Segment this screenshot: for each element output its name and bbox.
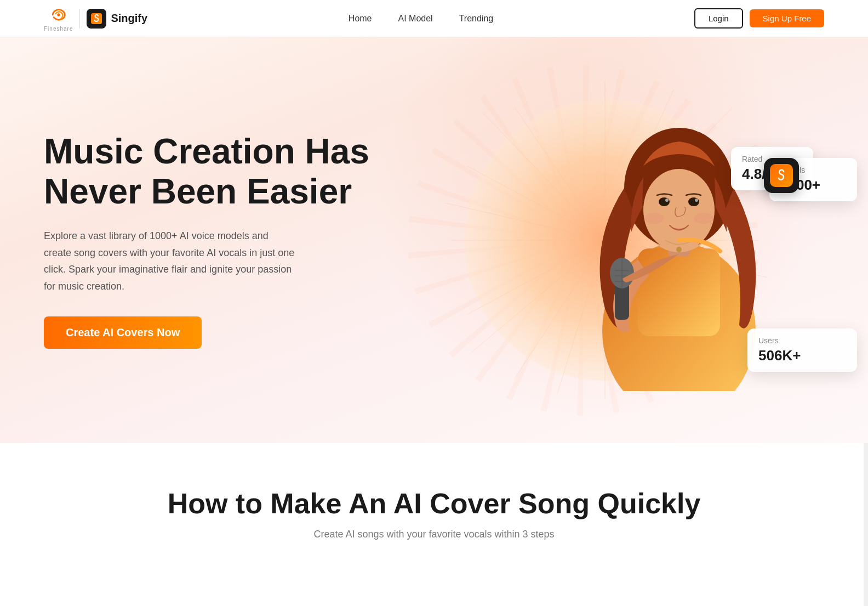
hero-subtitle: Explore a vast library of 1000+ AI voice… bbox=[44, 228, 296, 294]
svg-point-32 bbox=[695, 199, 698, 202]
nav-link-ai-model[interactable]: AI Model bbox=[398, 14, 433, 24]
nav-link-home[interactable]: Home bbox=[349, 14, 372, 24]
navbar-brand-area: Fineshare Singify bbox=[44, 5, 147, 32]
svg-point-33 bbox=[644, 213, 664, 224]
singify-app-icon-overlay bbox=[764, 158, 799, 193]
bottom-section: How to Make An AI Cover Song Quickly Cre… bbox=[0, 443, 868, 562]
users-label: Users bbox=[758, 336, 846, 345]
singify-floating-icon bbox=[770, 164, 793, 187]
navbar-actions: Login Sign Up Free bbox=[694, 8, 824, 29]
svg-point-29 bbox=[659, 197, 670, 206]
singify-brand-text: Singify bbox=[111, 12, 147, 25]
singify-icon-inner bbox=[91, 13, 102, 24]
singify-logo[interactable]: Singify bbox=[87, 9, 147, 29]
svg-point-30 bbox=[688, 197, 699, 206]
bottom-title: How to Make An AI Cover Song Quickly bbox=[44, 487, 824, 520]
fineshare-brand-text: Fineshare bbox=[44, 26, 73, 32]
singify-s-float-icon bbox=[774, 168, 789, 183]
svg-point-34 bbox=[694, 213, 713, 224]
signup-button[interactable]: Sign Up Free bbox=[750, 9, 824, 27]
svg-point-31 bbox=[665, 199, 669, 202]
logo-divider bbox=[79, 9, 80, 29]
svg-point-35 bbox=[676, 247, 682, 252]
cta-button[interactable]: Create AI Covers Now bbox=[44, 316, 202, 349]
nav-links: Home AI Model Trending bbox=[349, 14, 493, 24]
svg-point-1 bbox=[57, 13, 60, 16]
navbar: Fineshare Singify Home AI Model Trending… bbox=[0, 0, 868, 37]
svg-rect-24 bbox=[638, 248, 720, 336]
hero-title: Music Creation Has Never Been Easier bbox=[44, 132, 373, 212]
nav-link-trending[interactable]: Trending bbox=[459, 14, 494, 24]
stat-card-users: Users 506K+ bbox=[747, 329, 857, 372]
users-value: 506K+ bbox=[758, 347, 846, 364]
bottom-subtitle: Create AI songs with your favorite vocal… bbox=[44, 529, 824, 540]
singify-icon-box bbox=[87, 9, 106, 29]
fineshare-icon bbox=[49, 5, 68, 25]
hero-section: Music Creation Has Never Been Easier Exp… bbox=[0, 37, 868, 443]
fineshare-logo[interactable]: Fineshare bbox=[44, 5, 73, 32]
login-button[interactable]: Login bbox=[694, 8, 743, 29]
hero-content: Music Creation Has Never Been Easier Exp… bbox=[44, 132, 373, 349]
singify-s-icon bbox=[91, 13, 102, 24]
hero-visual-area: Rated 4.8/5 Models 1000+ Users 506K+ bbox=[441, 37, 868, 443]
